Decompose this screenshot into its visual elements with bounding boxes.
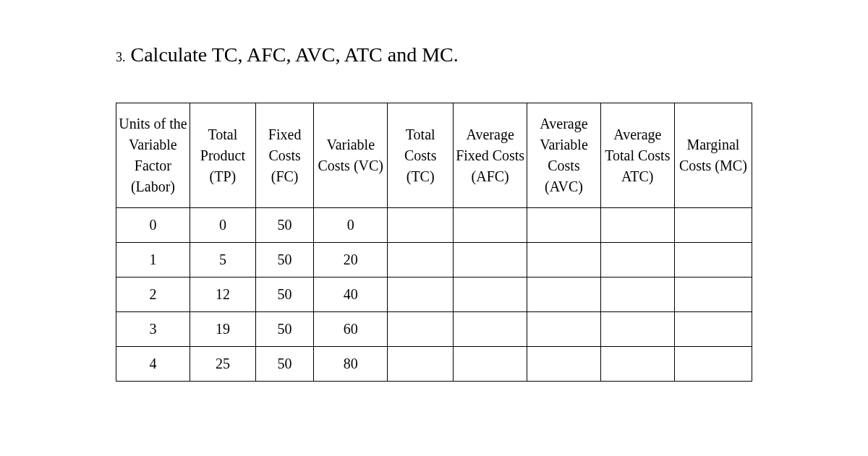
header-tc: Total Costs (TC): [388, 103, 454, 208]
cell-tp: 12: [190, 278, 255, 312]
cell-tp: 25: [190, 347, 255, 382]
question-title: 3. Calculate TC, AFC, AVC, ATC and MC.: [116, 43, 752, 66]
cell-fc: 50: [255, 243, 313, 278]
cell-tc: [388, 347, 454, 382]
header-avc: Average Variable Costs (AVC): [527, 103, 601, 208]
cell-avc: [527, 347, 601, 382]
header-tp: Total Product (TP): [190, 103, 255, 208]
header-fc: Fixed Costs (FC): [255, 103, 313, 208]
cell-labor: 4: [116, 347, 190, 382]
header-atc: Average Total Costs ATC): [600, 103, 674, 208]
cell-tc: [388, 243, 454, 278]
cell-afc: [454, 208, 527, 243]
cell-fc: 50: [255, 347, 313, 382]
table-row: 3195060: [116, 312, 752, 347]
question-number: 3.: [116, 50, 126, 64]
cell-fc: 50: [255, 312, 313, 347]
table-row: 4255080: [116, 347, 752, 382]
cell-vc: 0: [314, 208, 388, 243]
cell-mc: [674, 208, 752, 243]
cell-mc: [674, 243, 752, 278]
header-afc: Average Fixed Costs (AFC): [454, 103, 527, 208]
cell-mc: [674, 312, 752, 347]
cell-atc: [600, 243, 674, 278]
cell-labor: 2: [116, 278, 190, 312]
cell-labor: 3: [116, 312, 190, 347]
cell-avc: [527, 243, 601, 278]
cell-tp: 5: [190, 243, 255, 278]
cell-labor: 1: [116, 243, 190, 278]
cell-fc: 50: [255, 278, 313, 312]
cell-avc: [527, 312, 601, 347]
cell-mc: [674, 278, 752, 312]
cell-vc: 80: [314, 347, 388, 382]
cell-atc: [600, 278, 674, 312]
cell-avc: [527, 208, 601, 243]
cell-labor: 0: [116, 208, 190, 243]
question-text: Calculate TC, AFC, AVC, ATC and MC.: [131, 43, 459, 66]
cell-tp: 19: [190, 312, 255, 347]
header-vc: Variable Costs (VC): [314, 103, 388, 208]
cell-mc: [674, 347, 752, 382]
cell-afc: [454, 278, 527, 312]
table-row: 155020: [116, 243, 752, 278]
cell-avc: [527, 278, 601, 312]
cell-afc: [454, 243, 527, 278]
cell-vc: 40: [314, 278, 388, 312]
cell-tp: 0: [190, 208, 255, 243]
cell-tc: [388, 278, 454, 312]
cell-vc: 20: [314, 243, 388, 278]
table-row: 00500: [116, 208, 752, 243]
cell-atc: [600, 347, 674, 382]
cell-afc: [454, 347, 527, 382]
cell-fc: 50: [255, 208, 313, 243]
cell-tc: [388, 208, 454, 243]
cost-table: Units of the Variable Factor (Labor) Tot…: [116, 103, 752, 382]
header-mc: Marginal Costs (MC): [674, 103, 752, 208]
cell-atc: [600, 312, 674, 347]
cell-vc: 60: [314, 312, 388, 347]
table-header-row: Units of the Variable Factor (Labor) Tot…: [116, 103, 752, 208]
cell-atc: [600, 208, 674, 243]
table-row: 2125040: [116, 278, 752, 312]
header-labor: Units of the Variable Factor (Labor): [116, 103, 190, 208]
cell-tc: [388, 312, 454, 347]
cell-afc: [454, 312, 527, 347]
